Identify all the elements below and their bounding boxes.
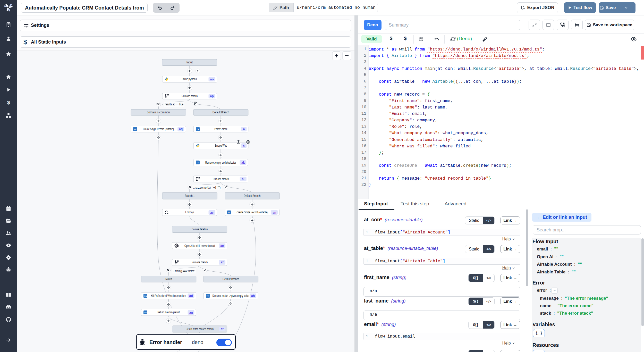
svg-text:ap: ap	[210, 94, 214, 98]
svg-text:Does not match -> gives empty: Does not match -> gives empty value	[213, 294, 249, 298]
svg-text:Result of the chosen branch: Result of the chosen branch	[186, 327, 214, 331]
svg-text:ah: ah	[251, 294, 255, 298]
svg-text:TS: TS	[144, 312, 147, 314]
svg-text:Parses email: Parses email	[214, 127, 227, 131]
svg-text:a: a	[243, 127, 245, 131]
svg-text:Kill Professional Websites men: Kill Professional Websites mentions	[151, 294, 186, 298]
svg-text:Input: Input	[187, 61, 193, 64]
svg-text:Create Single Record (Airtable: Create Single Record (Airtable)	[143, 127, 174, 131]
svg-text:ak: ak	[241, 161, 245, 164]
svg-text:aq: aq	[179, 127, 183, 131]
svg-text:ao: ao	[210, 78, 214, 81]
svg-text:Default Branch: Default Branch	[213, 111, 229, 114]
svg-text:c: c	[243, 144, 245, 147]
svg-text:Inline python3: Inline python3	[183, 77, 197, 81]
svg-text:ae: ae	[220, 244, 224, 248]
svg-text:ag: ag	[189, 311, 193, 314]
svg-text:Do one iteration: Do one iteration	[192, 228, 208, 231]
svg-text:Return matching result: Return matching result	[157, 311, 180, 314]
svg-text:Branch 1: Branch 1	[185, 194, 195, 198]
svg-text:Error handler: Error handler	[149, 339, 182, 345]
svg-text:Run one branch: Run one branch	[192, 261, 208, 264]
svg-text:TS: TS	[196, 128, 199, 131]
svg-text:deno: deno	[192, 339, 204, 345]
svg-text:...t.trim() === 'Match': ...t.trim() === 'Match'	[173, 269, 195, 273]
svg-text:domain is common: domain is common	[147, 111, 170, 114]
svg-text:TS: TS	[144, 295, 147, 297]
svg-text:al: al	[242, 177, 244, 181]
svg-text:af: af	[221, 327, 224, 331]
svg-text:ad: ad	[189, 294, 193, 298]
svg-text:...s.c.some((x)=>x!=""): ...s.c.some((x)=>x!="")	[193, 186, 221, 189]
svg-text:ac: ac	[210, 211, 214, 214]
svg-text:Default Branch: Default Branch	[244, 194, 260, 198]
svg-text:Match: Match	[165, 277, 172, 281]
svg-text:Open AI to tell if relevant re: Open AI to tell if relevant result	[184, 244, 215, 248]
svg-text:Create Single Record (Airtable: Create Single Record (Airtable)	[237, 211, 268, 214]
svg-text:an: an	[273, 211, 276, 214]
svg-text:results.ao == true: results.ao == true	[165, 103, 183, 106]
svg-text:af: af	[221, 261, 224, 264]
svg-text:TS: TS	[134, 128, 137, 131]
svg-text:Run one branch: Run one branch	[213, 177, 229, 181]
svg-text:Scrape Web: Scrape Web	[215, 144, 227, 147]
svg-text:For loop: For loop	[185, 211, 194, 214]
svg-text:TS: TS	[196, 162, 199, 164]
svg-text:Run one branch: Run one branch	[182, 94, 198, 98]
svg-text:Default Branch: Default Branch	[223, 277, 239, 281]
svg-text:TS: TS	[228, 212, 231, 214]
svg-text:TS: TS	[207, 295, 209, 297]
svg-text:$: $	[7, 100, 10, 105]
svg-text:Removes empty and duplicates: Removes empty and duplicates	[205, 161, 236, 164]
